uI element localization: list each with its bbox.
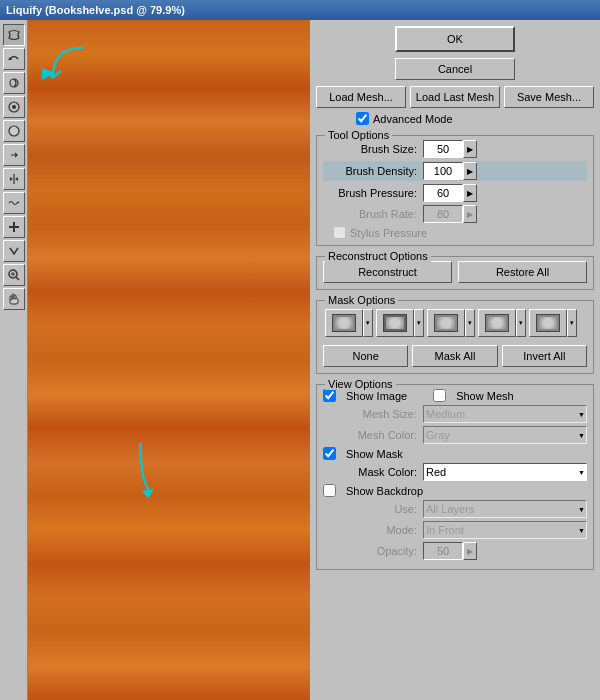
mask-icon-2	[383, 314, 407, 332]
mesh-color-select: Gray	[423, 426, 587, 444]
load-last-mesh-button[interactable]: Load Last Mesh	[410, 86, 500, 108]
mask-icon-group-3: ▾	[427, 309, 475, 337]
use-select-wrap: All Layers	[423, 500, 587, 518]
reconstruct-options-group: Reconstruct Options Reconstruct Restore …	[316, 256, 594, 290]
opacity-spin: ▶	[463, 542, 477, 560]
tool-hand[interactable]	[3, 288, 25, 310]
brush-density-input[interactable]	[423, 162, 463, 180]
tool-push-left[interactable]	[3, 144, 25, 166]
toolbar	[0, 20, 28, 700]
invert-all-button[interactable]: Invert All	[502, 345, 587, 367]
tool-options-label: Tool Options	[325, 129, 392, 141]
mask-dropdown-3[interactable]: ▾	[465, 309, 475, 337]
brush-pressure-label: Brush Pressure:	[323, 187, 423, 199]
mask-icon-btn-5[interactable]	[529, 309, 567, 337]
none-button[interactable]: None	[323, 345, 408, 367]
brush-size-row: Brush Size: ▶	[323, 140, 587, 158]
brush-density-spin[interactable]: ▶	[463, 162, 477, 180]
brush-size-input[interactable]	[423, 140, 463, 158]
canvas-area[interactable]	[28, 20, 310, 700]
reconstruct-button[interactable]: Reconstruct	[323, 261, 452, 283]
annotation-arrow-top	[38, 40, 98, 100]
svg-line-9	[16, 277, 19, 280]
tool-reconstruct[interactable]	[3, 48, 25, 70]
show-image-checkbox[interactable]	[323, 389, 336, 402]
advanced-mode-row: Advanced Mode	[316, 112, 594, 125]
mask-icon-group-4: ▾	[478, 309, 526, 337]
mask-options-group: Mask Options ▾ ▾	[316, 300, 594, 374]
brush-density-label: Brush Density:	[323, 165, 423, 177]
brush-pressure-input[interactable]	[423, 184, 463, 202]
advanced-mode-checkbox[interactable]	[356, 112, 369, 125]
show-mask-row: Show Mask	[323, 447, 587, 460]
tool-warp[interactable]	[3, 24, 25, 46]
mode-select: In Front	[423, 521, 587, 539]
mask-dropdown-2[interactable]: ▾	[414, 309, 424, 337]
restore-all-button[interactable]: Restore All	[458, 261, 587, 283]
mask-all-button[interactable]: Mask All	[412, 345, 497, 367]
mask-icon-btn-2[interactable]	[376, 309, 414, 337]
show-mask-label: Show Mask	[346, 448, 403, 460]
cancel-button[interactable]: Cancel	[395, 58, 515, 80]
tool-pucker[interactable]	[3, 96, 25, 118]
tool-twirl-clockwise[interactable]	[3, 72, 25, 94]
show-image-mesh-row: Show Image Show Mesh	[323, 389, 587, 402]
mesh-color-select-wrap: Gray	[423, 426, 587, 444]
mask-icon-5	[536, 314, 560, 332]
tool-bloat[interactable]	[3, 120, 25, 142]
brush-rate-label: Brush Rate:	[323, 208, 423, 220]
show-backdrop-checkbox[interactable]	[323, 484, 336, 497]
save-mesh-button[interactable]: Save Mesh...	[504, 86, 594, 108]
brush-size-label: Brush Size:	[323, 143, 423, 155]
show-mask-checkbox[interactable]	[323, 447, 336, 460]
stylus-pressure-checkbox	[333, 226, 346, 239]
show-backdrop-label: Show Backdrop	[346, 485, 423, 497]
mask-icon-3	[434, 314, 458, 332]
tool-zoom[interactable]	[3, 264, 25, 286]
mesh-color-label: Mesh Color:	[323, 429, 423, 441]
opacity-input	[423, 542, 463, 560]
mask-dropdown-1[interactable]: ▾	[363, 309, 373, 337]
svg-rect-14	[14, 295, 16, 299]
mask-icon-btn-3[interactable]	[427, 309, 465, 337]
svg-marker-17	[142, 489, 154, 499]
use-select: All Layers	[423, 500, 587, 518]
view-options-group: View Options Show Image Show Mesh Mesh S…	[316, 384, 594, 570]
mask-dropdown-4[interactable]: ▾	[516, 309, 526, 337]
annotation-arrow-bottom	[118, 440, 178, 500]
mask-action-buttons-row: None Mask All Invert All	[323, 345, 587, 367]
brush-pressure-row: Brush Pressure: ▶	[323, 184, 587, 202]
use-label: Use:	[323, 503, 423, 515]
tool-mirror[interactable]	[3, 168, 25, 190]
mask-color-row: Mask Color: Red Green Blue	[323, 463, 587, 481]
brush-density-row: Brush Density: ▶	[323, 161, 587, 181]
tool-turbulence[interactable]	[3, 192, 25, 214]
mask-options-label: Mask Options	[325, 294, 398, 306]
right-panel: OK Cancel Load Mesh... Load Last Mesh Sa…	[310, 20, 600, 700]
mask-icon-1	[332, 314, 356, 332]
wood-texture	[28, 20, 310, 700]
show-mesh-label: Show Mesh	[456, 390, 513, 402]
mode-label: Mode:	[323, 524, 423, 536]
mask-color-label: Mask Color:	[323, 466, 423, 478]
mask-icon-group-2: ▾	[376, 309, 424, 337]
mask-dropdown-5[interactable]: ▾	[567, 309, 577, 337]
reconstruct-options-label: Reconstruct Options	[325, 250, 431, 262]
title-bar: Liquify (Bookshelve.psd @ 79.9%)	[0, 0, 600, 20]
mask-icon-btn-4[interactable]	[478, 309, 516, 337]
ok-button[interactable]: OK	[395, 26, 515, 52]
mode-row: Mode: In Front	[323, 521, 587, 539]
stylus-pressure-row: Stylus Pressure	[323, 226, 587, 239]
mask-icon-btn-1[interactable]	[325, 309, 363, 337]
brush-rate-input	[423, 205, 463, 223]
tool-freeze-mask[interactable]	[3, 216, 25, 238]
mask-icons-row: ▾ ▾ ▾ ▾	[323, 305, 587, 341]
tool-thaw-mask[interactable]	[3, 240, 25, 262]
brush-size-spin[interactable]: ▶	[463, 140, 477, 158]
mesh-size-select: Medium	[423, 405, 587, 423]
show-mesh-checkbox[interactable]	[433, 389, 446, 402]
load-mesh-button[interactable]: Load Mesh...	[316, 86, 406, 108]
mask-color-select[interactable]: Red Green Blue	[423, 463, 587, 481]
brush-pressure-spin[interactable]: ▶	[463, 184, 477, 202]
brush-rate-spin: ▶	[463, 205, 477, 223]
